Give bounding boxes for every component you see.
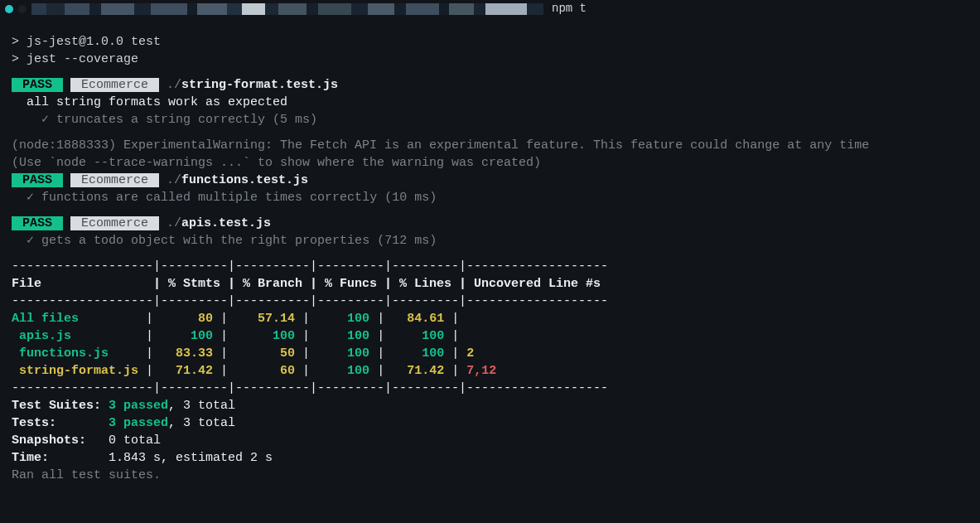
test-result: ✓ gets a todo object with the right prop… <box>12 232 968 249</box>
project-badge: Ecommerce <box>70 216 159 230</box>
pass-badge: PASS <box>12 78 63 92</box>
suite-file: apis.test.js <box>181 216 271 230</box>
test-result: ✓ truncates a string correctly (5 ms) <box>12 111 968 128</box>
suite-file: string-format.test.js <box>181 78 338 92</box>
table-row: apis.js | 100 | 100 | 100 | 100 | <box>12 327 968 345</box>
window-dot-active-icon <box>5 5 13 13</box>
node-warning: (Use `node --trace-warnings ...` to show… <box>12 154 968 172</box>
project-badge: Ecommerce <box>70 173 159 187</box>
summary-snapshots: Snapshots: 0 total <box>12 432 968 449</box>
summary-ran: Ran all test suites. <box>12 467 968 484</box>
terminal-output[interactable]: > js-jest@1.0.0 test > jest --coverage P… <box>0 18 980 491</box>
test-result: ✓ functions are called multiple times co… <box>12 189 968 206</box>
table-header: File | % Stmts | % Branch | % Funcs | % … <box>12 275 968 293</box>
check-icon: ✓ <box>27 234 34 248</box>
suite-file: functions.test.js <box>181 173 308 187</box>
summary-time: Time: 1.843 s, estimated 2 s <box>12 449 968 467</box>
project-badge: Ecommerce <box>70 78 159 92</box>
titlebar-blur <box>31 3 543 15</box>
cmd-line: > jest --coverage <box>12 51 968 68</box>
table-row: string-format.js | 71.42 | 60 | 100 | 71… <box>12 362 968 380</box>
table-border: -------------------|---------|----------… <box>12 258 968 275</box>
pass-badge: PASS <box>12 173 63 187</box>
check-icon: ✓ <box>41 113 49 127</box>
node-warning: (node:1888333) ExperimentalWarning: The … <box>12 137 968 154</box>
check-icon: ✓ <box>27 191 34 205</box>
coverage-table: -------------------|---------|----------… <box>12 258 968 397</box>
table-border: -------------------|---------|----------… <box>12 380 968 397</box>
title-bar: npm t <box>0 0 980 18</box>
cmd-line: > js-jest@1.0.0 test <box>12 33 968 51</box>
suite-desc: all string formats work as expected <box>12 94 968 111</box>
suite-header: PASS Ecommerce ./functions.test.js <box>12 172 968 189</box>
table-border: -------------------|---------|----------… <box>12 293 968 310</box>
table-row: functions.js | 83.33 | 50 | 100 | 100 | … <box>12 345 968 362</box>
window-title: npm t <box>552 1 587 17</box>
suite-header: PASS Ecommerce ./apis.test.js <box>12 215 968 232</box>
summary-suites: Test Suites: 3 passed, 3 total <box>12 397 968 414</box>
suite-header: PASS Ecommerce ./string-format.test.js <box>12 76 968 94</box>
pass-badge: PASS <box>12 216 63 230</box>
summary-tests: Tests: 3 passed, 3 total <box>12 414 968 432</box>
table-row: All files | 80 | 57.14 | 100 | 84.61 | <box>12 310 968 327</box>
window-dot-icon <box>18 5 27 13</box>
